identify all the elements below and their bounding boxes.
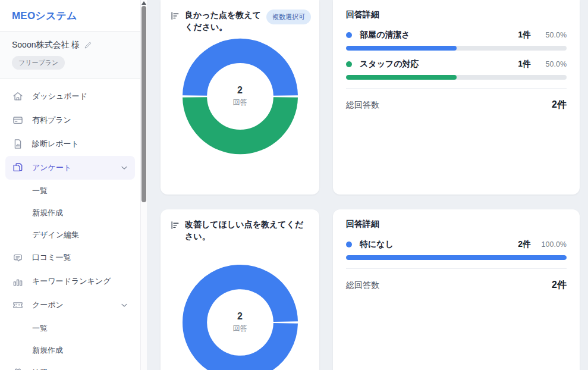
bar-chart-icon <box>12 275 24 287</box>
answer-label: 部屋の清潔さ <box>360 30 410 40</box>
sidebar-item-label: キーワードランキング <box>32 276 111 287</box>
legend-dot <box>346 61 352 67</box>
sidebar-item-keyword-ranking[interactable]: キーワードランキング <box>5 269 135 293</box>
question-card-1: 良かった点を教えてください。 複数選択可 2 回答 <box>161 0 319 195</box>
total-value: 2件 <box>552 99 567 111</box>
total-label: 総回答数 <box>346 280 379 291</box>
answer-row: 特になし 2件 100.0% <box>346 239 567 260</box>
total-value: 2件 <box>552 279 567 291</box>
gift-icon <box>12 367 24 370</box>
report-document-icon <box>12 138 24 150</box>
sidebar-subitem-label: 一覧 <box>32 186 48 196</box>
plan-badge: フリープラン <box>12 56 65 70</box>
sidebar-item-dashboard[interactable]: ダッシュボード <box>5 84 135 108</box>
question-card-2: 改善してほしい点を教えてください。 2 回答 <box>161 209 319 370</box>
answer-percent: 50.0% <box>536 60 567 68</box>
pencil-icon[interactable] <box>84 41 92 49</box>
detail-heading: 回答詳細 <box>346 219 567 230</box>
sidebar-scrollbar[interactable] <box>141 0 147 370</box>
divider <box>346 88 567 89</box>
answer-count: 1件 <box>518 30 531 40</box>
answer-label: 特になし <box>360 239 394 250</box>
sidebar-subitem-survey-design[interactable]: デザイン編集 <box>5 224 135 246</box>
sidebar-item-roulette[interactable]: 抽選ルーレット <box>5 361 135 370</box>
progress-fill <box>346 75 457 80</box>
sidebar-item-label: クーポン <box>32 300 64 311</box>
sidebar-item-label: 有料プラン <box>32 115 71 126</box>
sidebar-item-survey[interactable]: アンケート <box>5 156 135 180</box>
progress-track <box>346 255 567 260</box>
total-label: 総回答数 <box>346 100 379 111</box>
sidebar-item-coupon[interactable]: クーポン <box>5 293 135 317</box>
home-icon <box>12 90 24 102</box>
sidebar-item-label: 口コミ一覧 <box>32 252 71 263</box>
sidebar-nav: ダッシュボード 有料プラン 診断レポート <box>0 79 140 370</box>
answer-row: 部屋の清潔さ 1件 50.0% <box>346 30 567 51</box>
ticket-icon <box>12 299 24 311</box>
progress-fill <box>346 46 457 51</box>
survey-results-main: 良かった点を教えてください。 複数選択可 2 回答 回答詳細 部屋の清潔さ 1件… <box>147 0 588 370</box>
scrollbar-thumb[interactable] <box>142 6 146 202</box>
question-title: 良かった点を教えてください。 <box>185 9 262 33</box>
chevron-down-icon <box>120 163 129 173</box>
donut-chart-1[interactable]: 2 回答 <box>182 38 298 155</box>
multi-select-badge: 複数選択可 <box>266 10 311 24</box>
chat-bubbles-icon <box>12 252 24 264</box>
survey-pages-icon <box>12 162 24 174</box>
horizontal-bar-chart-icon <box>170 220 180 230</box>
answer-count: 1件 <box>518 59 531 70</box>
account-name: Sooon株式会社 様 <box>12 40 80 51</box>
credit-card-icon <box>12 114 24 126</box>
sidebar-item-paid-plan[interactable]: 有料プラン <box>5 108 135 132</box>
legend-dot <box>346 242 352 247</box>
sidebar-header: MEOシステム <box>0 0 140 32</box>
sidebar-item-label: 抽選ルーレット <box>32 368 87 370</box>
donut-chart-2[interactable]: 2 回答 <box>182 264 298 370</box>
scrollbar-up-arrow-icon[interactable] <box>142 1 146 5</box>
divider <box>346 268 567 269</box>
app-title[interactable]: MEOシステム <box>12 9 128 23</box>
sidebar-subitem-survey-list[interactable]: 一覧 <box>5 180 135 202</box>
progress-track <box>346 75 567 80</box>
progress-track <box>346 46 567 51</box>
sidebar-item-label: アンケート <box>32 162 71 173</box>
progress-fill <box>346 255 567 260</box>
sidebar-subitem-coupon-list[interactable]: 一覧 <box>5 317 135 339</box>
sidebar-item-label: ダッシュボード <box>32 91 87 102</box>
answer-label: スタッフの対応 <box>360 59 419 70</box>
sidebar-subitem-label: 新規作成 <box>32 208 63 218</box>
sidebar-subitem-label: 一覧 <box>32 323 48 334</box>
chevron-down-icon <box>120 300 129 310</box>
sidebar-item-reviews[interactable]: 口コミ一覧 <box>5 246 135 269</box>
sidebar-subitem-label: デザイン編集 <box>32 230 79 240</box>
sidebar-item-report[interactable]: 診断レポート <box>5 132 135 156</box>
horizontal-bar-chart-icon <box>170 11 180 21</box>
answer-detail-card-2: 回答詳細 特になし 2件 100.0% 総回答数 2件 <box>333 209 580 370</box>
sidebar-subitem-label: 新規作成 <box>32 345 63 356</box>
account-section: Sooon株式会社 様 フリープラン <box>0 32 140 79</box>
answer-percent: 100.0% <box>536 240 567 249</box>
answer-row: スタッフの対応 1件 50.0% <box>346 59 567 80</box>
legend-dot <box>346 32 352 38</box>
answer-detail-card-1: 回答詳細 部屋の清潔さ 1件 50.0% スタッフの対応 1件 50.0% <box>333 0 580 195</box>
sidebar: MEOシステム Sooon株式会社 様 フリープラン ダッシュボード <box>0 0 141 370</box>
question-title: 改善してほしい点を教えてください。 <box>185 218 306 243</box>
answer-percent: 50.0% <box>536 31 567 39</box>
answer-count: 2件 <box>518 239 531 250</box>
sidebar-subitem-survey-create[interactable]: 新規作成 <box>5 202 135 224</box>
sidebar-subitem-coupon-create[interactable]: 新規作成 <box>5 339 135 361</box>
detail-heading: 回答詳細 <box>346 10 567 20</box>
sidebar-item-label: 診断レポート <box>32 139 79 149</box>
